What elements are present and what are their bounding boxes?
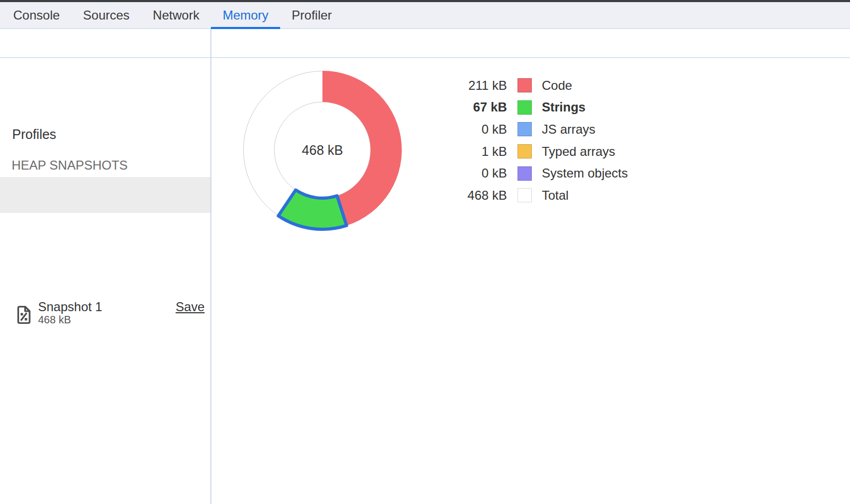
tab-memory[interactable]: Memory xyxy=(211,2,280,28)
legend-label: Total xyxy=(542,188,569,203)
legend-row-system-objects[interactable]: 0 kB System objects xyxy=(439,162,628,184)
snapshot-name: Snapshot 1 xyxy=(38,300,102,314)
legend-row-total[interactable]: 468 kB Total xyxy=(439,184,628,207)
tab-sources[interactable]: Sources xyxy=(71,2,141,28)
legend-label: Code xyxy=(542,78,572,93)
devtools-memory-panel: ConsoleSourcesNetworkMemoryProfiler Stat… xyxy=(0,0,850,504)
legend-value: 0 kB xyxy=(439,166,507,181)
tab-console[interactable]: Console xyxy=(2,2,71,28)
heap-snapshot-document-icon xyxy=(16,305,31,324)
legend-value: 67 kB xyxy=(439,100,507,115)
tab-profiler[interactable]: Profiler xyxy=(280,2,344,28)
legend-value: 211 kB xyxy=(439,78,507,93)
legend-value: 468 kB xyxy=(439,188,507,203)
heap-snapshots-section-header: HEAP SNAPSHOTS xyxy=(12,158,128,173)
legend-color-swatch xyxy=(518,144,532,158)
chart-legend: 211 kB Code 67 kB Strings 0 kB JS arrays… xyxy=(439,74,628,207)
legend-value: 1 kB xyxy=(439,144,507,159)
donut-slice-strings[interactable] xyxy=(278,190,346,229)
snapshot-size: 468 kB xyxy=(38,314,71,326)
legend-row-js-arrays[interactable]: 0 kB JS arrays xyxy=(439,118,628,141)
legend-label: Strings xyxy=(542,100,586,115)
donut-center-label: 468 kB xyxy=(302,143,343,157)
legend-color-swatch xyxy=(518,166,532,181)
devtools-tab-bar: ConsoleSourcesNetworkMemoryProfiler xyxy=(0,2,850,29)
panel-toolbar: Statistics xyxy=(0,30,850,58)
legend-color-swatch xyxy=(518,122,532,136)
legend-label: Typed arrays xyxy=(542,144,615,159)
legend-label: JS arrays xyxy=(542,122,595,137)
tab-network[interactable]: Network xyxy=(141,2,211,28)
memory-donut-chart: 468 kB xyxy=(238,66,407,235)
legend-row-typed-arrays[interactable]: 1 kB Typed arrays xyxy=(439,141,628,163)
save-snapshot-link[interactable]: Save xyxy=(175,300,205,314)
legend-value: 0 kB xyxy=(439,122,507,137)
snapshot-list-item[interactable]: Snapshot 1 468 kB Save xyxy=(0,177,210,213)
legend-color-swatch xyxy=(518,78,532,92)
legend-color-swatch xyxy=(518,100,532,115)
legend-row-code[interactable]: 211 kB Code xyxy=(439,74,628,97)
sidebar-title: Profiles xyxy=(12,127,56,142)
legend-label: System objects xyxy=(542,166,628,181)
legend-row-strings[interactable]: 67 kB Strings xyxy=(439,97,628,119)
legend-color-swatch xyxy=(518,188,532,202)
profiles-sidebar: Profiles HEAP SNAPSHOTS Snapshot 1 468 k… xyxy=(0,58,210,504)
